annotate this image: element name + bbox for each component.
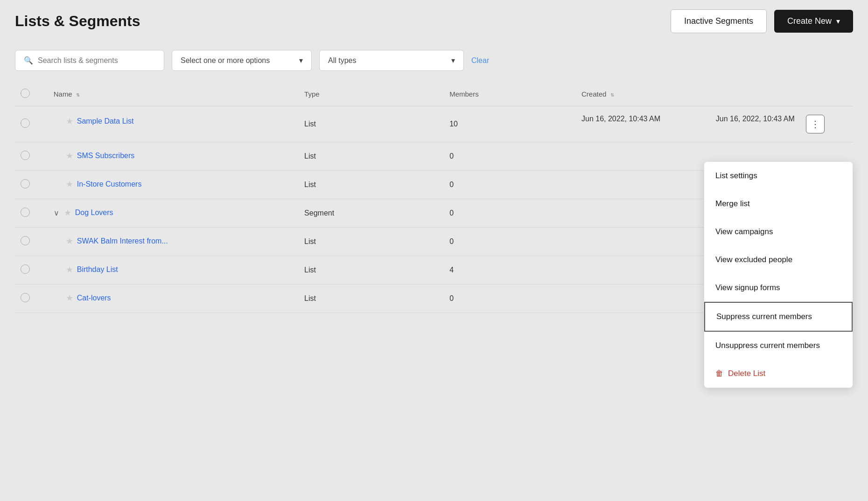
search-box[interactable]: 🔍	[15, 50, 164, 71]
trash-icon: 🗑	[715, 369, 723, 378]
context-menu-item-label: Suppress current members	[716, 312, 812, 321]
row-name-link[interactable]: Dog Lovers	[75, 209, 113, 217]
context-menu-item-view-signup[interactable]: View signup forms	[704, 274, 853, 302]
favorite-star-icon[interactable]: ★	[66, 264, 73, 275]
row-name-link[interactable]: In-Store Customers	[77, 180, 142, 188]
favorite-star-icon[interactable]: ★	[66, 151, 73, 161]
context-menu-item-delete-list[interactable]: 🗑Delete List	[704, 360, 853, 388]
create-new-button[interactable]: Create New ▾	[774, 10, 853, 33]
context-menu-item-view-excluded[interactable]: View excluded people	[704, 246, 853, 274]
context-menu-item-merge-list[interactable]: Merge list	[704, 190, 853, 218]
options-chevron-icon: ▾	[299, 56, 303, 65]
row-checkbox[interactable]	[21, 179, 30, 188]
table-header-row: Name ⇅ Type Members Created ⇅	[15, 82, 853, 106]
context-menu-item-unsuppress-current[interactable]: Unsuppress current members	[704, 332, 853, 360]
row-name-link[interactable]: Cat-lovers	[77, 294, 111, 302]
row-type-cell: List	[299, 285, 444, 313]
actions-column-header	[800, 82, 853, 106]
expand-row-icon[interactable]: ∨	[54, 209, 59, 217]
row-name-cell: ★Birthday List	[48, 256, 299, 283]
header-actions: Inactive Segments Create New ▾	[671, 9, 853, 33]
table-container: Name ⇅ Type Members Created ⇅ ★Sample Da…	[0, 82, 868, 313]
context-menu-item-suppress-current[interactable]: Suppress current members	[704, 302, 853, 332]
row-name-cell: ★In-Store Customers	[48, 171, 299, 198]
row-name-link[interactable]: Sample Data List	[77, 117, 134, 125]
type-column-header: Type	[299, 82, 444, 106]
row-checkbox[interactable]	[21, 264, 30, 274]
create-chevron-icon: ▾	[836, 17, 840, 26]
row-type-cell: List	[299, 171, 444, 199]
favorite-star-icon[interactable]: ★	[66, 236, 73, 246]
inactive-segments-button[interactable]: Inactive Segments	[671, 9, 767, 33]
types-chevron-icon: ▾	[451, 56, 455, 65]
created-column-header: Created ⇅	[576, 82, 800, 106]
context-menu-item-label: View campaigns	[715, 227, 773, 237]
row-type-cell: Segment	[299, 199, 444, 228]
row-name-cell: ★SWAK Balm Interest from...	[48, 228, 299, 255]
context-menu: List settingsMerge listView campaignsVie…	[704, 161, 853, 388]
types-dropdown-button[interactable]: All types ▾	[319, 50, 464, 71]
context-menu-item-label: Delete List	[728, 369, 765, 378]
row-created-cell: Jun 16, 2022, 10:43 AMJun 16, 2022, 10:4…	[576, 106, 800, 132]
row-members-cell: 0	[444, 228, 576, 256]
row-checkbox[interactable]	[21, 151, 30, 160]
name-sort-icon[interactable]: ⇅	[76, 92, 80, 97]
name-column-header: Name ⇅	[48, 82, 299, 106]
page-header: Lists & Segments Inactive Segments Creat…	[0, 0, 868, 42]
row-checkbox-cell	[15, 285, 48, 313]
row-type-cell: List	[299, 256, 444, 285]
row-members-cell: 4	[444, 256, 576, 285]
table-row: ★Sample Data ListList10Jun 16, 2022, 10:…	[15, 106, 853, 142]
row-type-cell: List	[299, 142, 444, 171]
row-checkbox[interactable]	[21, 118, 30, 128]
row-name-link[interactable]: Birthday List	[77, 265, 118, 274]
row-members-cell: 10	[444, 106, 576, 142]
context-menu-item-label: View excluded people	[715, 255, 792, 264]
favorite-star-icon[interactable]: ★	[66, 116, 73, 126]
row-members-cell: 0	[444, 285, 576, 313]
context-menu-item-list-settings[interactable]: List settings	[704, 162, 853, 190]
row-checkbox[interactable]	[21, 293, 30, 302]
row-members-cell: 0	[444, 199, 576, 228]
row-actions-cell: ⋮	[800, 106, 853, 142]
favorite-star-icon[interactable]: ★	[64, 208, 71, 218]
search-icon: 🔍	[24, 56, 33, 65]
context-menu-item-label: Unsuppress current members	[715, 341, 820, 350]
row-type-cell: List	[299, 106, 444, 142]
types-dropdown-label: All types	[328, 56, 356, 65]
row-checkbox-cell	[15, 228, 48, 256]
context-menu-item-label: List settings	[715, 171, 757, 181]
context-menu-item-label: View signup forms	[715, 283, 780, 292]
row-name-link[interactable]: SMS Subscribers	[77, 152, 135, 160]
row-checkbox[interactable]	[21, 208, 30, 217]
members-column-header: Members	[444, 82, 576, 106]
row-type-cell: List	[299, 228, 444, 256]
context-menu-item-view-campaigns[interactable]: View campaigns	[704, 218, 853, 246]
row-members-cell: 0	[444, 171, 576, 199]
row-more-actions-button[interactable]: ⋮	[806, 115, 825, 133]
created-sort-icon[interactable]: ⇅	[610, 92, 614, 97]
favorite-star-icon[interactable]: ★	[66, 293, 73, 303]
select-all-header	[15, 82, 48, 106]
select-all-checkbox[interactable]	[21, 89, 30, 98]
row-checkbox[interactable]	[21, 236, 30, 245]
favorite-star-icon[interactable]: ★	[66, 179, 73, 189]
row-checkbox-cell	[15, 106, 48, 142]
row-members-cell: 0	[444, 142, 576, 171]
row-checkbox-cell	[15, 199, 48, 228]
row-checkbox-cell	[15, 142, 48, 171]
row-name-cell: ★SMS Subscribers	[48, 142, 299, 169]
row-checkbox-cell	[15, 256, 48, 285]
row-checkbox-cell	[15, 171, 48, 199]
options-dropdown-button[interactable]: Select one or more options ▾	[172, 50, 312, 71]
clear-filters-link[interactable]: Clear	[471, 56, 489, 65]
row-name-cell: ∨★Dog Lovers	[48, 199, 299, 226]
filter-bar: 🔍 Select one or more options ▾ All types…	[0, 42, 868, 82]
row-name-cell: ★Cat-lovers	[48, 285, 299, 312]
row-name-cell: ★Sample Data List	[48, 108, 299, 135]
options-dropdown-label: Select one or more options	[181, 56, 270, 65]
row-name-link[interactable]: SWAK Balm Interest from...	[77, 237, 168, 245]
context-menu-item-label: Merge list	[715, 199, 750, 209]
page-title: Lists & Segments	[15, 13, 140, 30]
search-input[interactable]	[38, 56, 155, 65]
